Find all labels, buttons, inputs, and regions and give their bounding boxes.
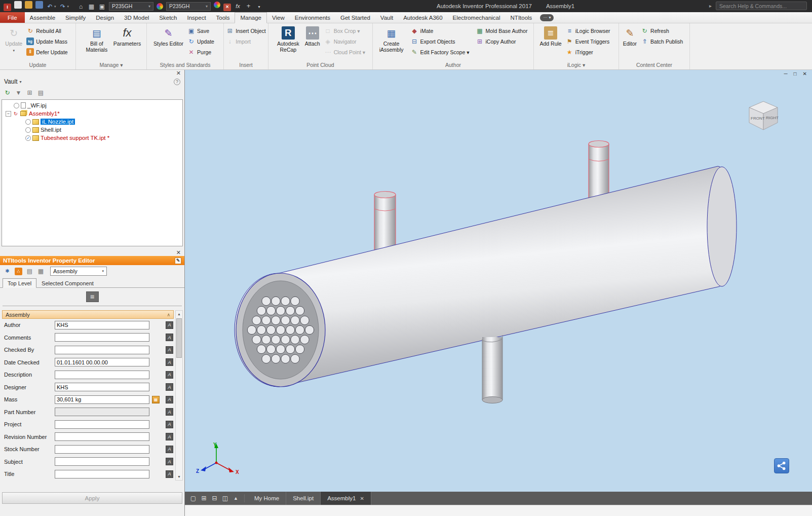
button-cloud-point[interactable]: ⋯Cloud Point ▾	[322, 47, 368, 57]
minimize-icon[interactable]: ─	[784, 71, 787, 77]
button-autodesk-recap[interactable]: RAutodesk ReCap	[273, 24, 303, 53]
button-editor[interactable]: ✎Editor	[623, 24, 637, 47]
toolbar-expand-icon[interactable]: ▸	[709, 3, 712, 9]
expression-button-project[interactable]: A	[166, 421, 173, 428]
material-clear-button[interactable]: ✕	[222, 2, 233, 12]
button-refresh[interactable]: ↻Refresh	[638, 25, 685, 36]
button-mold-base-author[interactable]: ▦Mold Base Author	[474, 25, 530, 36]
color-wheel-button[interactable]	[155, 1, 165, 11]
ribbon-options-button[interactable]: ···▾	[540, 14, 554, 21]
image-button[interactable]: ▦	[37, 268, 45, 275]
section-header-assembly[interactable]: Assembly ∧	[2, 310, 174, 319]
field-part-number[interactable]	[55, 408, 149, 416]
field-revision-number[interactable]	[55, 432, 149, 441]
button-add-rule[interactable]: ≡Add Rule	[539, 24, 561, 47]
vault-status-badge-icon[interactable]: ↻	[13, 111, 19, 117]
tree-item-label[interactable]: Tubesheet support TK.ipt *	[41, 135, 109, 141]
fx-button[interactable]: fx	[233, 2, 243, 12]
button-box-crop[interactable]: □Box Crop ▾	[322, 25, 368, 36]
vault-status-radio-icon[interactable]	[25, 119, 31, 125]
field-checked-by[interactable]	[55, 346, 149, 354]
doc-tab-assembly1[interactable]: Assembly1✕	[321, 492, 371, 505]
expression-button-title[interactable]: A	[166, 470, 173, 478]
restore-icon[interactable]: □	[794, 71, 797, 77]
button-styles-editor[interactable]: ✎Styles Editor	[153, 24, 183, 47]
field-designer[interactable]	[55, 383, 149, 391]
tree-item-tubesheet-support-tk-ipt[interactable]: ✓Tubesheet support TK.ipt *	[2, 134, 182, 142]
tab-top-level[interactable]: Top Level	[3, 278, 36, 288]
help-button[interactable]: ?	[174, 79, 180, 85]
expression-button-subject[interactable]: A	[166, 458, 173, 465]
shell-right-cap[interactable]	[707, 167, 737, 286]
button-attach[interactable]: ⋯Attach	[305, 24, 320, 47]
scrollbar-thumb[interactable]	[176, 318, 182, 358]
vault-panel-title[interactable]: Vault	[4, 78, 17, 85]
field-description[interactable]	[55, 371, 149, 379]
clean-screen-icon[interactable]: ▢	[188, 495, 199, 502]
expand-icon[interactable]: ▲	[230, 496, 241, 501]
field-comments[interactable]	[55, 333, 149, 342]
field-title[interactable]	[55, 470, 149, 478]
tab-design[interactable]: Design	[91, 12, 119, 23]
tab-ntitools[interactable]: NTItools	[506, 12, 537, 23]
arrange-horizontal-icon[interactable]: ⊟	[209, 495, 220, 502]
collapse-icon[interactable]: ∧	[167, 312, 170, 317]
search-input[interactable]	[716, 2, 807, 10]
button-update[interactable]: ↻Update▾	[5, 24, 22, 53]
button-parameters[interactable]: fxParameters	[113, 24, 141, 47]
expression-button-author[interactable]: A	[166, 321, 173, 329]
button-create-iassembly[interactable]: ▦Create iAssembly	[376, 24, 407, 53]
nozzle-bottom[interactable]	[482, 335, 502, 403]
copy-button[interactable]: ▤	[26, 268, 33, 275]
button-event-triggers[interactable]: ⚑Event Triggers	[563, 36, 613, 47]
button-itrigger[interactable]: ★iTrigger	[563, 47, 613, 57]
expression-button-designer[interactable]: A	[166, 383, 173, 391]
expression-button-checked-by[interactable]: A	[166, 346, 173, 354]
tab-inspect[interactable]: Inspect	[182, 12, 211, 23]
capture-button[interactable]: ▣	[97, 2, 107, 12]
report-button[interactable]: ▤	[37, 89, 45, 96]
tile-all-icon[interactable]: ⊞	[199, 495, 209, 502]
new-file-button[interactable]	[13, 0, 23, 10]
nozzle-top-left[interactable]	[374, 192, 396, 253]
button-defer-update[interactable]: ‖Defer Update	[24, 47, 70, 57]
tubesheet[interactable]	[236, 273, 325, 387]
expression-button-part-number[interactable]: A	[166, 408, 173, 416]
chevron-down-icon[interactable]: ▾	[19, 80, 21, 84]
button-icopy-author[interactable]: ⊞iCopy Author	[474, 36, 530, 47]
heat-exchanger-model[interactable]	[185, 70, 812, 492]
button-export-objects[interactable]: ⊟Export Objects	[408, 36, 472, 47]
switch-windows-button[interactable]: ▦	[86, 2, 97, 12]
button-navigator[interactable]: ◈Navigator	[322, 36, 368, 47]
apply-button[interactable]: Apply	[2, 492, 182, 504]
tab-tools[interactable]: Tools	[211, 12, 235, 23]
button-save[interactable]: ▣Save	[185, 25, 217, 36]
undo-button[interactable]: ↶▾	[45, 2, 58, 12]
button-rebuild-all[interactable]: ↻Rebuild All	[24, 25, 70, 36]
tab-selected-component[interactable]: Selected Component	[36, 278, 99, 288]
tab-sketch[interactable]: Sketch	[154, 12, 182, 23]
tree-item-assembly1[interactable]: −↻Assembly1*	[2, 109, 182, 118]
button-imate[interactable]: ◆iMate	[408, 25, 472, 36]
expression-button-mass[interactable]: A	[166, 396, 173, 403]
tab-electromechanical[interactable]: Electromechanical	[448, 12, 506, 23]
share-button[interactable]	[774, 458, 789, 473]
paw-button[interactable]: ∴	[15, 268, 22, 275]
button-edit-factory-scope[interactable]: ✎Edit Factory Scope ▾	[408, 47, 472, 57]
vault-status-radio-icon[interactable]	[25, 127, 31, 133]
edit-icon[interactable]: ✎	[175, 257, 181, 264]
expression-button-date-checked[interactable]: A	[166, 358, 173, 366]
scroll-up-icon[interactable]: ▲	[176, 311, 182, 317]
view-cube[interactable]: FRONT RIGHT	[742, 95, 785, 138]
button-insert-object[interactable]: ⊞Insert Object	[223, 25, 268, 36]
field-author[interactable]	[55, 321, 149, 329]
link-button[interactable]: ✱	[4, 268, 11, 275]
find-button[interactable]: ⊞	[26, 89, 33, 96]
refresh-button[interactable]: ↻	[4, 89, 11, 96]
filter-button[interactable]: ▼	[15, 89, 22, 96]
tree-item-il-nozzle-ipt[interactable]: iL Nozzle.ipt	[2, 118, 182, 126]
close-icon[interactable]: ✕	[176, 71, 181, 76]
app-logo-button[interactable]: I	[2, 3, 13, 13]
tab-get-started[interactable]: Get Started	[335, 12, 375, 23]
close-icon[interactable]: ✕	[176, 250, 181, 255]
